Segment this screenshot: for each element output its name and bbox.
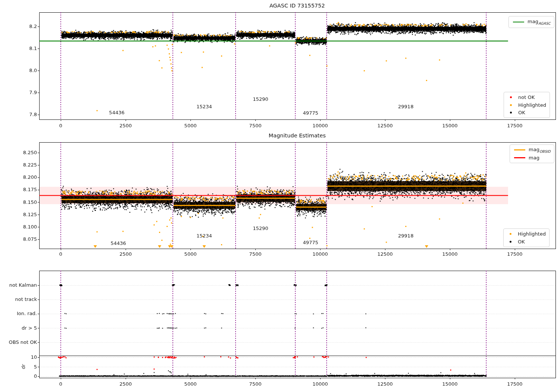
highlighted-label: Highlighted (518, 102, 546, 108)
legend-row: Highlighted (505, 101, 546, 109)
y-tick-label: 8.100 (23, 224, 37, 230)
x-tick-label: 10000 (312, 252, 328, 257)
x-tick-label: 12500 (377, 382, 393, 387)
mag-label-prefix: mag (528, 19, 538, 24)
category-label: not track (15, 297, 37, 302)
y-tick-label: 8.175 (23, 187, 37, 192)
legend-row: not OK (505, 93, 546, 101)
x-tick-label: 10000 (312, 382, 328, 387)
mag-obsid-label: magOBSID (529, 147, 551, 153)
obsid-annotation: 15290 (253, 97, 268, 102)
x-tick-label: 5000 (184, 252, 197, 257)
x-tick-label: 15000 (442, 382, 457, 387)
x-tick-label: 17500 (507, 252, 522, 257)
plot2-title: Magnitude Estimates (268, 133, 326, 139)
x-tick-label: 17500 (507, 123, 522, 128)
obsid-annotation: 54436 (111, 241, 126, 246)
x-tick-label: 7500 (249, 382, 261, 387)
legend-row: magOBSID (511, 146, 551, 154)
x-tick-label: 7500 (249, 123, 261, 128)
x-tick-label: 12500 (377, 123, 393, 128)
ok-label: OK (518, 110, 525, 115)
x-tick-label: 15000 (442, 252, 457, 257)
y-tick-label: 8.200 (23, 175, 37, 180)
mag-label-sub: AGASC (538, 21, 551, 25)
mag-line-swatch (514, 157, 525, 158)
ok-marker-icon (510, 241, 511, 243)
mag-agasc-line-swatch (513, 22, 524, 23)
mag-label-prefix: mag (529, 147, 539, 152)
ok-label: OK (518, 239, 525, 245)
y-tick-label: 8.125 (23, 212, 37, 217)
x-tick-label: 12500 (377, 252, 393, 257)
dr-tick-label: 5 (34, 364, 37, 370)
dr-tick-label: 10 (31, 355, 37, 360)
plots-canvas (0, 0, 560, 392)
mag-label: mag (529, 155, 539, 161)
not-ok-label: not OK (518, 94, 535, 100)
legend-row: OK (505, 109, 546, 116)
category-label: not Kalman (9, 283, 37, 288)
legend-mag-obsid: magOBSID mag (510, 144, 554, 163)
mag-agasc-label: magAGASC (528, 19, 551, 25)
dr-tick-label: 0 (34, 374, 37, 379)
category-label: dr > 5 (22, 326, 37, 331)
x-tick-label: 0 (59, 382, 62, 387)
y-tick-label: 8.0 (29, 68, 37, 73)
figure: AGASC ID 73155752 Magnitude Estimates dr… (0, 0, 560, 392)
x-tick-label: 2500 (119, 123, 132, 128)
legend-middle-markers: Highlighted OK (503, 228, 550, 247)
obsid-annotation: 54436 (109, 110, 124, 115)
legend-row: mag (511, 154, 551, 162)
x-tick-label: 15000 (442, 123, 457, 128)
highlighted-marker-icon (510, 104, 512, 106)
legend-mag-agasc: magAGASC (508, 16, 554, 28)
highlighted-marker-icon (510, 233, 511, 235)
x-tick-label: 17500 (507, 382, 522, 387)
obsid-annotation: 29918 (398, 104, 413, 109)
highlighted-label: Highlighted (518, 231, 546, 237)
x-tick-label: 5000 (184, 123, 197, 128)
legend-top-markers: not OK Highlighted OK (504, 92, 550, 118)
obsid-annotation: 15290 (253, 226, 268, 231)
ok-marker-icon (510, 112, 512, 113)
y-tick-label: 8.225 (23, 162, 37, 168)
obsid-annotation: 49775 (303, 240, 318, 245)
not-ok-marker-icon (510, 96, 512, 98)
legend-row: OK (505, 238, 546, 246)
mag-label-sub: OBSID (539, 149, 551, 153)
y-tick-label: 8.075 (23, 237, 37, 242)
category-label: Ion. rad. (17, 311, 37, 316)
dr-axis-label: dr (21, 364, 26, 369)
x-tick-label: 0 (59, 252, 62, 257)
obsid-annotation: 15234 (196, 233, 212, 239)
y-tick-label: 7.9 (29, 90, 37, 95)
obsid-annotation: 49775 (303, 111, 318, 116)
y-tick-label: 8.250 (23, 150, 37, 155)
plot1-title: AGASC ID 73155752 (270, 3, 325, 9)
y-tick-label: 8.150 (23, 200, 37, 205)
obsid-annotation: 15234 (196, 104, 212, 109)
x-tick-label: 10000 (312, 123, 328, 128)
x-tick-label: 5000 (184, 382, 197, 387)
x-tick-label: 2500 (119, 382, 132, 387)
mag-obsid-line-swatch (514, 149, 525, 151)
obsid-annotation: 29918 (398, 233, 413, 239)
x-tick-label: 0 (59, 123, 62, 128)
category-label: OBS not OK (9, 340, 37, 345)
legend-row: magAGASC (510, 18, 551, 26)
y-tick-label: 7.8 (29, 112, 37, 117)
y-tick-label: 8.2 (29, 24, 37, 29)
legend-row: Highlighted (505, 230, 546, 238)
x-tick-label: 2500 (119, 252, 132, 257)
y-tick-label: 8.1 (29, 46, 37, 51)
x-tick-label: 7500 (249, 252, 261, 257)
